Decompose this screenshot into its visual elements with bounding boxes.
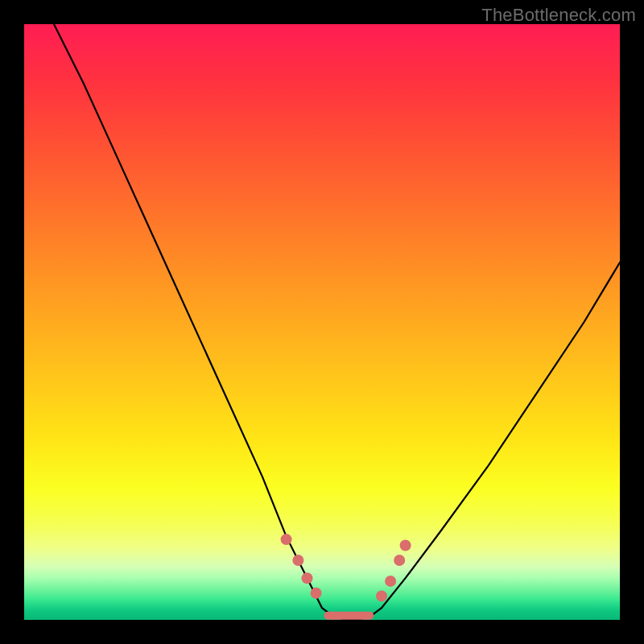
curve-marker [292,555,303,566]
curve-marker [400,540,411,551]
curve-marker [281,534,292,545]
curve-marker [376,590,387,601]
curve-marker [302,572,313,584]
bottleneck-curve [54,24,620,620]
curve-marker [385,576,396,587]
chart-frame: TheBottleneck.com [0,0,644,644]
watermark-text: TheBottleneck.com [481,5,636,26]
curve-marker [394,555,405,566]
plot-area [24,24,620,620]
curve-svg [24,24,620,620]
curve-marker [311,588,322,599]
curve-markers [281,534,411,601]
